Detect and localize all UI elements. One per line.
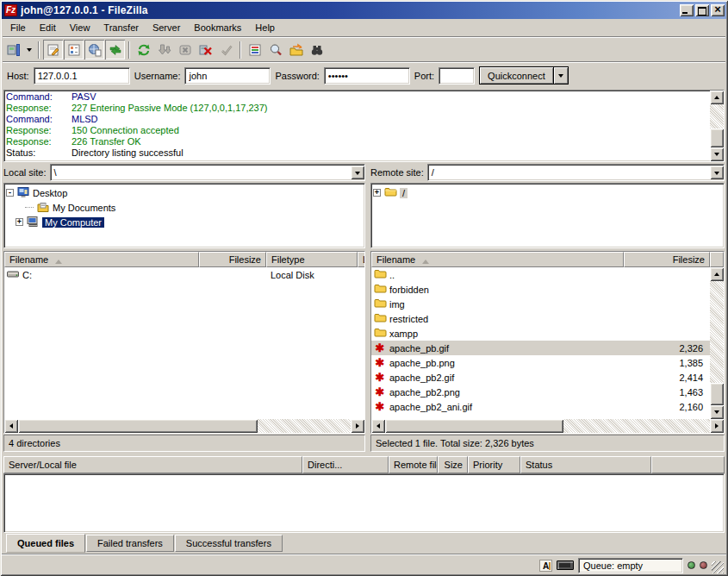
scroll-track[interactable] xyxy=(710,281,724,405)
toggle-message-log-button[interactable] xyxy=(43,40,63,59)
tab-failed-transfers[interactable]: Failed transfers xyxy=(86,535,174,552)
scroll-thumb[interactable] xyxy=(710,128,724,147)
column-header-server-local-file[interactable]: Server/Local file xyxy=(3,456,302,473)
scroll-thumb[interactable] xyxy=(710,383,724,405)
scroll-track[interactable] xyxy=(710,104,724,147)
column-header-remote-file[interactable]: Remote file xyxy=(389,456,438,473)
remote-file-row[interactable]: img xyxy=(371,297,710,311)
remote-vertical-scrollbar[interactable] xyxy=(710,267,724,419)
column-header-status[interactable]: Status xyxy=(520,456,651,473)
synchronized-browsing-button[interactable] xyxy=(286,40,306,59)
cancel-button[interactable] xyxy=(175,40,195,59)
queue-body[interactable] xyxy=(3,473,725,533)
column-header-priority[interactable]: Priority xyxy=(468,456,520,473)
file-name: .. xyxy=(389,270,395,280)
local-file-row[interactable]: C: Local Disk xyxy=(4,267,364,282)
local-site-dropdown-button[interactable] xyxy=(351,166,364,179)
username-label: Username: xyxy=(134,71,181,81)
maximize-button[interactable] xyxy=(695,4,709,16)
remote-site-combobox[interactable]: / xyxy=(427,164,725,181)
host-input[interactable] xyxy=(34,68,129,84)
scroll-thumb[interactable] xyxy=(18,419,258,433)
local-site-combobox[interactable]: \ xyxy=(50,164,365,181)
password-input[interactable] xyxy=(325,68,409,84)
column-header-filename[interactable]: Filename xyxy=(4,252,199,267)
tab-queued-files[interactable]: Queued files xyxy=(6,534,85,553)
site-manager-button[interactable] xyxy=(3,40,23,59)
username-input[interactable] xyxy=(185,68,270,84)
column-header-last-modified[interactable]: L xyxy=(358,252,364,267)
column-header-filename[interactable]: Filename xyxy=(371,252,624,267)
title-bar[interactable]: Fz john@127.0.0.1 - FileZilla xyxy=(2,2,726,19)
remote-tree[interactable]: + / xyxy=(370,183,725,248)
scroll-left-button[interactable] xyxy=(4,419,18,433)
log-scrollbar[interactable] xyxy=(710,91,724,161)
menu-file[interactable]: File xyxy=(3,21,33,34)
column-header-direction[interactable]: Directi... xyxy=(302,456,389,473)
scroll-track[interactable] xyxy=(18,419,351,433)
tab-successful-transfers[interactable]: Successful transfers xyxy=(175,535,283,552)
tree-item-my-computer[interactable]: + My Computer xyxy=(6,215,364,229)
remote-file-row[interactable]: ✱apache_pb2_ani.gif2,160 xyxy=(371,399,710,414)
scroll-down-button[interactable] xyxy=(710,405,724,419)
refresh-button[interactable] xyxy=(134,40,153,59)
reconnect-button[interactable] xyxy=(216,40,236,59)
remote-file-row[interactable]: forbidden xyxy=(371,282,710,297)
remote-file-row[interactable]: ✱apache_pb.png1,385 xyxy=(371,355,710,370)
remote-file-row[interactable]: ✱apache_pb2.png1,463 xyxy=(371,385,710,399)
scroll-track[interactable] xyxy=(385,419,710,433)
tree-item-my-documents[interactable]: My Documents xyxy=(6,200,364,215)
local-tree[interactable]: - Desktop My Documents + My Computer xyxy=(3,183,365,248)
remote-file-row-selected[interactable]: ✱apache_pb.gif2,326 xyxy=(371,341,710,355)
minimize-button[interactable] xyxy=(680,4,694,16)
remote-list-body[interactable]: .. forbidden img restricted xampp ✱apach… xyxy=(371,267,724,419)
toggle-remote-tree-button[interactable] xyxy=(84,40,104,59)
scroll-left-button[interactable] xyxy=(371,419,385,433)
scroll-right-button[interactable] xyxy=(710,419,724,433)
message-log[interactable]: Command:PASV Response:227 Entering Passi… xyxy=(4,91,710,161)
remote-site-dropdown-button[interactable] xyxy=(710,166,724,179)
quickconnect-button[interactable]: Quickconnect xyxy=(479,66,554,85)
menu-server[interactable]: Server xyxy=(146,21,187,34)
menu-help[interactable]: Help xyxy=(248,21,282,34)
port-input[interactable] xyxy=(439,68,474,84)
remote-file-row[interactable]: ✱apache_pb2.gif2,414 xyxy=(371,370,710,385)
menu-view[interactable]: View xyxy=(63,21,97,34)
remote-file-row[interactable]: xampp xyxy=(371,326,710,341)
resize-grip[interactable] xyxy=(712,561,724,573)
scroll-right-button[interactable] xyxy=(351,419,364,433)
local-horizontal-scrollbar[interactable] xyxy=(4,419,364,433)
queue-header: Server/Local file Directi... Remote file… xyxy=(3,456,725,473)
expand-icon[interactable]: + xyxy=(373,189,381,197)
scroll-down-button[interactable] xyxy=(710,147,724,161)
column-header-filesize[interactable]: Filesize xyxy=(624,252,710,267)
scroll-up-button[interactable] xyxy=(710,267,724,281)
file-search-button[interactable] xyxy=(265,40,285,59)
site-manager-dropdown[interactable] xyxy=(24,40,34,59)
collapse-icon[interactable]: - xyxy=(6,189,14,197)
process-queue-button[interactable] xyxy=(154,40,174,59)
local-list-body[interactable]: C: Local Disk xyxy=(4,267,364,419)
remote-file-row[interactable]: .. xyxy=(371,267,710,282)
tree-item-root[interactable]: + / xyxy=(373,185,723,200)
directory-comparison-button[interactable] xyxy=(307,40,327,59)
remote-file-row[interactable]: restricted xyxy=(371,311,710,326)
disconnect-button[interactable] xyxy=(196,40,215,59)
tree-item-desktop[interactable]: - Desktop xyxy=(6,185,364,200)
menu-edit[interactable]: Edit xyxy=(33,21,63,34)
toggle-transfer-queue-button[interactable] xyxy=(105,40,125,59)
menu-bookmarks[interactable]: Bookmarks xyxy=(187,21,248,34)
column-header-filesize[interactable]: Filesize xyxy=(199,252,266,267)
column-header-size[interactable]: Size xyxy=(438,456,468,473)
remote-horizontal-scrollbar[interactable] xyxy=(371,419,724,433)
menu-transfer[interactable]: Transfer xyxy=(96,21,146,34)
scroll-thumb[interactable] xyxy=(385,419,563,433)
toggle-local-tree-button[interactable] xyxy=(64,40,84,59)
column-header-filetype[interactable]: Filetype xyxy=(266,252,358,267)
expand-icon[interactable]: + xyxy=(16,218,23,226)
close-button[interactable] xyxy=(711,4,725,16)
scroll-up-button[interactable] xyxy=(710,91,724,104)
quickconnect-dropdown[interactable] xyxy=(554,66,569,85)
log-label: Response: xyxy=(6,136,72,147)
directory-filter-button[interactable] xyxy=(245,40,264,59)
